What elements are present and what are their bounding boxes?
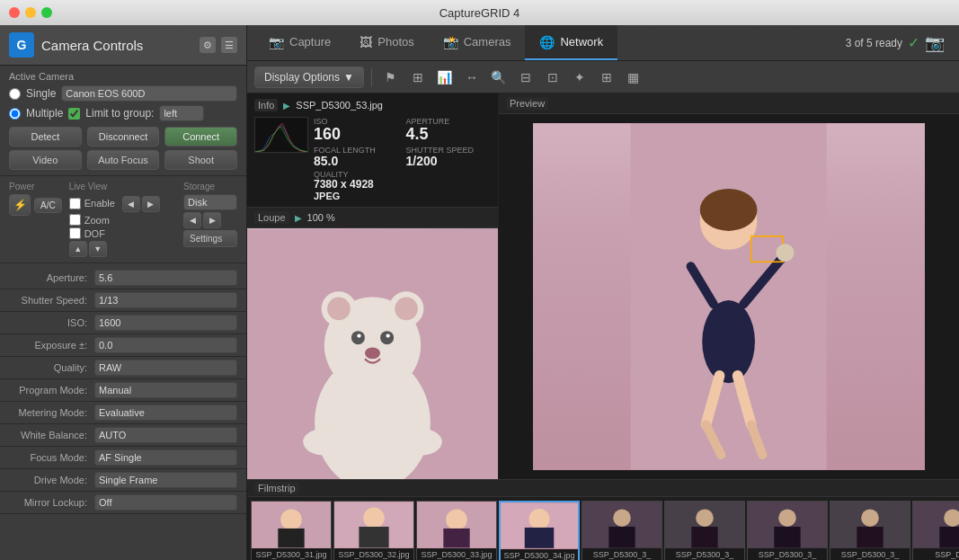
film-thumb-35[interactable]: SSP_D5300_3_ xyxy=(582,501,662,560)
loupe-zoom: 100 % xyxy=(307,212,335,223)
film-thumb-39[interactable]: SSP_D53 xyxy=(912,501,959,560)
grid-icon-btn[interactable]: ⊞ xyxy=(406,66,430,89)
film-thumb-32-label: SSP_D5300_32.jpg xyxy=(334,548,413,560)
connect-button[interactable]: Connect xyxy=(164,127,237,147)
dof-checkbox[interactable] xyxy=(69,227,81,239)
drive-label: Drive Mode: xyxy=(9,475,94,485)
detect-button[interactable]: Detect xyxy=(9,127,82,147)
svg-point-8 xyxy=(351,332,365,345)
zoom-checkbox[interactable] xyxy=(69,214,81,226)
histogram-icon-btn[interactable]: 📊 xyxy=(433,66,457,89)
mirror-select[interactable]: Off xyxy=(94,494,237,511)
metering-select[interactable]: Evaluative xyxy=(94,404,237,421)
quality-select[interactable]: RAW xyxy=(94,360,237,376)
autofocus-button[interactable]: Auto Focus xyxy=(87,150,160,170)
gear-icon[interactable]: ⚙ xyxy=(200,37,216,53)
live-view-section: Live View Enable ◀ ▶ Zoom xyxy=(69,182,176,257)
storage-type-select[interactable]: Disk xyxy=(183,194,237,210)
fit-icon-btn[interactable]: ↔ xyxy=(460,66,484,89)
film-thumb-38[interactable]: SSP_D5300_3_ xyxy=(830,501,910,560)
dof-label: DOF xyxy=(84,228,105,239)
loupe-label: Loupe xyxy=(254,211,289,224)
focus-select[interactable]: AF Single xyxy=(94,449,237,466)
film-thumb-35-label: SSP_D5300_3_ xyxy=(582,548,662,560)
filmstrip-header: Filmstrip xyxy=(247,480,959,497)
limit-group-checkbox[interactable] xyxy=(68,108,80,120)
exposure-select[interactable]: 0.0 xyxy=(94,337,237,353)
shutter-select[interactable]: 1/13 xyxy=(94,292,237,308)
info-play-icon[interactable]: ▶ xyxy=(283,101,290,111)
storage-nav-left[interactable]: ◀ xyxy=(183,212,201,228)
compare-icon-btn[interactable]: ⊟ xyxy=(514,66,537,89)
maximize-button[interactable] xyxy=(41,7,52,18)
enable-checkbox[interactable] xyxy=(69,198,81,209)
grid2-icon-btn[interactable]: ⊡ xyxy=(541,66,564,89)
single-radio[interactable] xyxy=(9,88,21,100)
film-thumb-34[interactable]: SSP_D5300_34.jpg xyxy=(499,501,580,560)
power-icon-btn[interactable]: ⚡ xyxy=(9,194,31,216)
svg-rect-33 xyxy=(359,527,388,547)
tab-cameras[interactable]: 📸 Cameras xyxy=(429,25,526,60)
iso-select[interactable]: 1600 xyxy=(94,315,237,331)
film-thumb-33[interactable]: SSP_D5300_33.jpg xyxy=(416,501,497,560)
wb-label: White Balance: xyxy=(9,430,94,440)
video-button[interactable]: Video xyxy=(9,150,82,170)
aperture-select[interactable]: 5.6 xyxy=(94,270,237,286)
ac-button[interactable]: A/C xyxy=(34,198,62,213)
wb-select[interactable]: AUTO xyxy=(94,427,237,443)
right-panel: 📷 Capture 🖼 Photos 📸 Cameras 🌐 Network 3… xyxy=(247,25,959,560)
drive-select[interactable]: Single Frame xyxy=(94,472,237,488)
tab-capture[interactable]: 📷 Capture xyxy=(254,25,345,60)
histogram xyxy=(254,117,308,153)
flag-icon-btn[interactable]: ⚑ xyxy=(379,66,403,89)
overlay-icon-btn[interactable]: ▦ xyxy=(622,66,645,89)
film-thumb-31[interactable]: SSP_D5300_31.jpg xyxy=(251,501,332,560)
quality-info-value: 7380 x 4928 xyxy=(314,179,399,191)
g-logo: G xyxy=(9,32,34,58)
svg-point-6 xyxy=(327,298,351,321)
camera-model-select[interactable]: Canon EOS 600D xyxy=(61,85,237,102)
camera-control-row: Video Auto Focus Shoot xyxy=(9,150,237,170)
preview-label: Preview xyxy=(506,97,548,110)
tab-photos[interactable]: 🖼 Photos xyxy=(345,25,428,60)
loupe-play-icon[interactable]: ▶ xyxy=(295,213,302,223)
display-options-button[interactable]: Display Options ▼ xyxy=(254,67,364,88)
loupe-header: Loupe ▶ 100 % xyxy=(247,208,498,228)
nav-right-btn[interactable]: ▶ xyxy=(142,196,160,212)
program-label: Program Mode: xyxy=(9,385,94,396)
crop-icon-btn[interactable]: ⊞ xyxy=(595,66,618,89)
quality-format-value: JPEG xyxy=(314,191,399,201)
film-thumb-36-label: SSP_D5300_3_ xyxy=(665,548,744,560)
header-icons: ⚙ ☰ xyxy=(200,37,237,53)
menu-icon[interactable]: ☰ xyxy=(221,37,237,53)
svg-rect-42 xyxy=(608,527,635,547)
group-select[interactable]: left xyxy=(159,105,204,121)
zoom-option-row: Zoom xyxy=(69,214,176,226)
traffic-lights[interactable] xyxy=(9,7,52,18)
disconnect-button[interactable]: Disconnect xyxy=(87,127,160,147)
film-thumb-38-label: SSP_D5300_3_ xyxy=(830,548,910,560)
nav-left-btn[interactable]: ◀ xyxy=(122,196,140,212)
nav-up-btn[interactable]: ▲ xyxy=(69,241,87,257)
film-thumb-37-label: SSP_D5300_3_ xyxy=(748,548,827,560)
settings2-icon-btn[interactable]: ✦ xyxy=(568,66,591,89)
tab-network[interactable]: 🌐 Network xyxy=(525,25,617,60)
status-text: 3 of 5 ready xyxy=(846,37,902,49)
settings-button[interactable]: Settings xyxy=(183,230,237,247)
storage-nav-right[interactable]: ▶ xyxy=(203,212,221,228)
shoot-button[interactable]: Shoot xyxy=(164,150,237,170)
info-filename: SSP_D5300_53.jpg xyxy=(296,100,383,111)
preview-image xyxy=(499,114,959,479)
close-button[interactable] xyxy=(9,7,20,18)
film-thumb-36[interactable]: SSP_D5300_3_ xyxy=(664,501,745,560)
minimize-button[interactable] xyxy=(25,7,36,18)
zoom-label: Zoom xyxy=(84,215,110,226)
filmstrip-scroll[interactable]: SSP_D5300_31.jpg SSP_D5300_32.jpg SSP_D5… xyxy=(247,497,959,560)
loupe-icon-btn[interactable]: 🔍 xyxy=(487,66,511,89)
program-select[interactable]: Manual xyxy=(94,382,237,398)
film-thumb-37[interactable]: SSP_D5300_3_ xyxy=(747,501,828,560)
photos-tab-label: Photos xyxy=(377,35,413,49)
nav-down-btn[interactable]: ▼ xyxy=(89,241,107,257)
multiple-radio[interactable] xyxy=(9,108,21,120)
film-thumb-32[interactable]: SSP_D5300_32.jpg xyxy=(333,501,414,560)
